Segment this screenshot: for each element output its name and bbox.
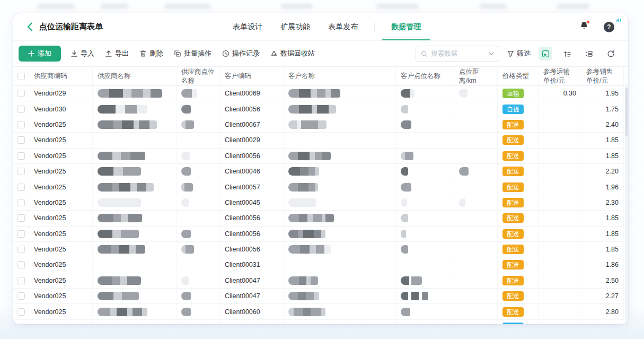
row-checkbox[interactable] [17,136,25,144]
row-checkbox[interactable] [17,90,25,97]
vendor-point-name-cell [177,133,220,147]
vendor-name-cell [93,211,177,225]
distance-cell [454,289,498,303]
card-header: 点位运输距离表单 表单设计 扩展功能 表单发布 数据管理 ? AI [13,13,628,41]
client-point-name-cell [396,133,454,147]
client-code-cell [220,320,284,324]
client-point-name-cell [396,117,454,132]
redacted-text [181,152,190,160]
data-recycle-bin-button[interactable]: 数据回收站 [265,46,320,62]
row-height-button[interactable] [560,47,574,60]
filter-button[interactable]: 筛选 [507,49,531,58]
transport-unit-price-cell [539,320,581,324]
row-checkbox[interactable] [17,292,25,300]
search-icon [421,50,428,57]
redacted-text [288,245,331,254]
vendor-code-cell: Vendor025 [29,242,93,257]
import-icon [70,50,78,57]
transport-unit-price-cell [539,149,581,163]
client-name-cell [284,195,396,210]
tab-data-management[interactable]: 数据管理 [382,13,430,40]
table-row: Vendor025Client00056配送1.85 [13,227,628,242]
tab-form-publish[interactable]: 表单发布 [319,13,367,40]
client-point-name-cell [396,242,454,257]
client-point-name-cell [396,304,454,319]
export-button[interactable]: 导出 [100,46,134,62]
price-type-badge: 配送 [502,291,524,301]
redacted-text [98,152,145,160]
row-checkbox[interactable] [17,230,25,238]
transport-unit-price-cell [539,211,581,225]
client-name-cell [284,86,396,101]
client-name-cell [284,101,396,116]
vendor-point-name-cell [177,257,220,272]
chevron-down-icon[interactable] [489,52,494,56]
background-blur-artifact [376,4,419,8]
vendor-name-cell [93,242,177,257]
price-type-cell: 配送 [498,304,539,319]
help-button[interactable]: ? AI [604,22,614,32]
back-button[interactable] [27,22,33,31]
export-icon [105,50,112,57]
notification-bell-button[interactable] [579,21,589,33]
sales-unit-price-cell: 2.50 [581,273,624,288]
vendor-point-name-cell [177,101,220,116]
client-name-cell [284,289,396,303]
vendor-name-cell [93,117,177,132]
select-all-checkbox[interactable] [17,73,25,80]
column-header: 客户名称 [284,67,396,85]
redacted-text [288,120,327,129]
tab-extended-functions[interactable]: 扩展功能 [271,13,319,40]
redacted-text [401,152,413,160]
price-type-badge: 配送 [502,135,524,145]
transport-unit-price-cell [539,195,581,210]
distance-cell [454,242,498,257]
add-button[interactable]: 添加 [19,46,61,62]
row-checkbox[interactable] [17,121,25,128]
client-name-cell [284,242,396,257]
search-input[interactable] [431,50,486,57]
tab-form-design[interactable]: 表单设计 [224,13,271,40]
transport-unit-price-cell [539,289,581,303]
scrollbar-thumb[interactable] [625,88,628,136]
row-checkbox[interactable] [17,277,25,284]
client-code-cell: Client00047 [220,289,284,303]
row-checkbox[interactable] [17,246,25,253]
table-row: Vendor029Client00069运输0.301.95 [13,86,628,101]
row-checkbox[interactable] [17,152,25,160]
row-checkbox[interactable] [17,106,25,113]
distance-cell [454,164,498,179]
redacted-text [181,292,191,300]
transport-unit-price-cell [539,133,581,147]
operation-records-button[interactable]: 操作记录 [217,46,265,62]
table-row: Vendor025Client00047配送2.50 [13,273,628,289]
price-type-cell: 自提 [498,101,539,116]
row-checkbox[interactable] [17,184,25,191]
form-view-toggle-button[interactable] [539,47,552,60]
refresh-icon [607,50,615,58]
refresh-button[interactable] [604,47,617,60]
price-type-badge: 配送 [502,260,524,270]
row-checkbox[interactable] [17,308,25,316]
column-settings-button[interactable] [582,47,596,60]
import-button[interactable]: 导入 [65,46,100,62]
client-point-name-cell [396,179,454,194]
batch-operations-button[interactable]: 批量操作 [169,46,217,62]
sales-unit-price-cell: 1.85 [581,227,624,241]
sales-unit-price-cell: 1.95 [581,86,624,101]
row-checkbox[interactable] [17,168,25,175]
vendor-name-cell [93,195,177,210]
row-checkbox[interactable] [17,261,25,268]
vendor-name-cell [93,179,177,194]
column-header: 供应商点位名称 [177,67,220,85]
form-management-card: 点位运输距离表单 表单设计 扩展功能 表单发布 数据管理 ? AI [13,13,628,324]
vertical-scrollbar[interactable] [625,86,628,324]
price-type-badge: 配送 [502,213,524,223]
redacted-text [98,198,141,207]
price-type-badge: 运输 [502,89,524,98]
delete-button[interactable]: 删除 [134,46,169,62]
row-checkbox[interactable] [17,324,25,324]
row-checkbox[interactable] [17,199,25,206]
toolbar: 添加 导入 导出 删除 批量操作 [13,41,628,66]
row-checkbox[interactable] [17,214,25,222]
